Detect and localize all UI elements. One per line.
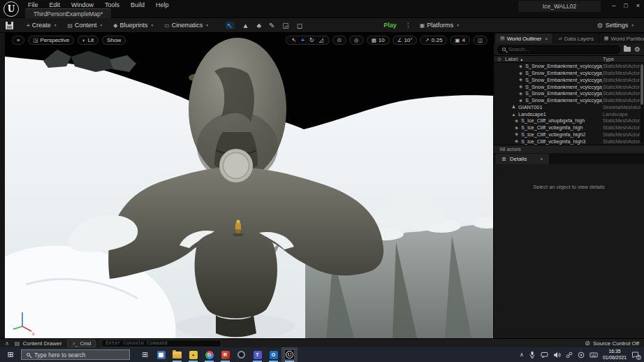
visibility-column-icon[interactable]: ⊙ [494, 57, 505, 62]
taskbar-search-box[interactable] [21, 349, 130, 360]
lit-button[interactable]: ◐Lit [78, 36, 98, 45]
surface-snap-toggle[interactable]: ◎ [349, 36, 364, 45]
save-icon[interactable] [6, 22, 13, 29]
world-coordinate-toggle[interactable]: ⊙ [332, 36, 346, 45]
expand-drawer-icon[interactable]: ∧ [5, 340, 9, 347]
platforms-button[interactable]: Platforms▾ [415, 20, 464, 30]
menu-window[interactable]: Window [71, 1, 94, 8]
angle-snap[interactable]: ∠10° [393, 36, 418, 45]
dark-circle-app[interactable] [233, 347, 249, 362]
outliner-row[interactable]: ◈S_Ice_Cliff_vctiegmfa_high3StaticMeshAc… [494, 138, 644, 145]
outliner-row[interactable]: ◈S_Snow_Embankment_vcyiccyga_highStaticM… [494, 70, 644, 77]
outliner-row[interactable]: ▲Landscape1Landscape [494, 110, 644, 117]
create-button[interactable]: Create▾ [22, 20, 61, 30]
viewport-layout-button[interactable]: ◫ [473, 36, 488, 45]
settings-button[interactable]: Settings▾ [592, 20, 638, 31]
close-button[interactable]: × [636, 2, 640, 9]
taskbar-search-input[interactable] [34, 352, 124, 359]
outliner-row[interactable]: ◈S_Ice_Cliff_vctiegmfa_highStaticMeshAct… [494, 124, 644, 131]
tab-details[interactable]: ≣ Details × [495, 154, 549, 164]
play-button[interactable]: Play [376, 20, 402, 30]
task-view-button[interactable]: ⊞ [137, 347, 153, 362]
blueprints-button[interactable]: Blueprints▾ [108, 20, 158, 30]
tab-world-partition[interactable]: ▦World Partition [599, 34, 644, 43]
menu-edit[interactable]: Edit [50, 1, 61, 8]
outliner-row[interactable]: ◈S_Snow_Embankment_vcyiccyga_highStaticM… [494, 97, 644, 104]
outliner-row[interactable]: ♟GIANT001SkeletalMeshActor [494, 104, 644, 111]
chrome-app[interactable] [201, 347, 217, 362]
microphone-icon[interactable] [529, 351, 536, 359]
mesh-paint-mode-icon[interactable]: ✎ [269, 22, 275, 29]
teams-app[interactable]: T [249, 347, 265, 362]
unreal-engine-app[interactable]: U [281, 347, 298, 362]
select-tool-icon[interactable]: ↖ [291, 37, 298, 43]
scrollbar-thumb[interactable] [641, 64, 643, 105]
console-icon: >_ [72, 341, 78, 346]
restore-button[interactable]: □ [624, 2, 627, 9]
close-circle-icon[interactable] [578, 352, 585, 359]
tab-world-outliner[interactable]: ▤World Outliner× [495, 34, 552, 43]
console-command-input[interactable] [101, 340, 221, 347]
content-drawer-icon [15, 340, 20, 347]
chevron-down-icon: ▾ [457, 23, 459, 27]
unreal-logo-icon[interactable]: U [3, 1, 19, 17]
scale-tool-icon[interactable]: ◿ [318, 37, 325, 43]
move-tool-icon[interactable]: + [300, 37, 306, 43]
red-r-app[interactable]: R [217, 347, 233, 362]
menu-file[interactable]: File [28, 1, 38, 8]
outliner-search-box[interactable] [497, 45, 620, 54]
start-button[interactable]: ⊞ [1, 350, 20, 359]
close-icon[interactable]: × [540, 157, 543, 161]
grid-snap[interactable]: ▦10 [367, 36, 390, 45]
outliner-row[interactable]: ◈S_Snow_Embankment_vcyiccyga_highStaticM… [494, 90, 644, 97]
level-tab[interactable]: ThirdPersonExampleMap* [25, 8, 111, 18]
viewport-menu-button[interactable]: ≡ [12, 36, 24, 45]
outliner-row[interactable]: ◈S_Snow_Embankment_vcyiccyga_highStaticM… [494, 83, 644, 90]
camera-speed[interactable]: ▣4 [450, 36, 470, 45]
type-column-header[interactable]: Type [603, 56, 644, 62]
menu-build[interactable]: Build [131, 1, 145, 8]
perspective-button[interactable]: ◳Perspective [28, 36, 74, 45]
show-button[interactable]: Show [102, 36, 126, 45]
3d-viewport[interactable]: ≡ ◳Perspective ◐Lit Show ↖+↻◿ ⊙◎▦10∠10°↗… [5, 33, 493, 338]
cinematics-button[interactable]: Cinematics▾ [159, 20, 213, 30]
label-column-header[interactable]: Label▲ [505, 56, 603, 62]
source-control-button[interactable]: ⊘Source Control Off [585, 340, 639, 347]
chat-icon[interactable] [541, 352, 548, 359]
scale-snap[interactable]: ↗0.25 [420, 36, 447, 45]
new-folder-icon[interactable] [624, 47, 631, 52]
outliner-row[interactable]: ◈S_Snow_Embankment_vcyiccyga_highStaticM… [494, 77, 644, 84]
menu-tools[interactable]: Tools [105, 1, 119, 8]
content-drawer-button[interactable]: Content Drawer [15, 340, 62, 347]
play-options-icon[interactable]: ⋮ [405, 22, 411, 29]
calculator-app[interactable]: ▦ [153, 347, 169, 362]
landscape-mode-icon[interactable]: ▲ [242, 22, 249, 29]
outliner-settings-icon[interactable]: ⚙ [634, 46, 641, 53]
taskbar-clock[interactable]: 16:35 01/06/2021 [603, 349, 627, 361]
hidden-icons-chevron[interactable]: ∧ [520, 352, 524, 358]
brush-edit-mode-icon[interactable]: ◻ [297, 22, 302, 29]
outliner-search-input[interactable] [508, 46, 615, 52]
touch-keyboard-icon[interactable] [590, 352, 598, 359]
yellow-utility-app[interactable]: ● [185, 347, 201, 362]
outlook-app[interactable]: O [265, 347, 281, 362]
link-icon[interactable] [566, 352, 573, 359]
outliner-scrollbar[interactable] [641, 64, 643, 143]
minimize-button[interactable]: – [612, 2, 615, 9]
select-mode-icon[interactable]: ↖ [226, 22, 234, 29]
outliner-tab-bar: ▤World Outliner×▱Data Layers▦World Parti… [494, 33, 644, 43]
tab-data-layers[interactable]: ▱Data Layers [553, 34, 598, 43]
volume-icon[interactable] [553, 352, 561, 359]
file-explorer-app[interactable] [169, 347, 185, 362]
content-button[interactable]: Content▾ [62, 20, 107, 30]
close-icon[interactable]: × [545, 36, 548, 41]
outliner-row[interactable]: ◈S_Ice_Cliff_uhupbgxfa_highStaticMeshAct… [494, 117, 644, 124]
menu-help[interactable]: Help [156, 1, 169, 8]
rotate-tool-icon[interactable]: ↻ [308, 37, 316, 43]
fracture-mode-icon[interactable]: ◲ [282, 22, 288, 29]
outliner-row[interactable]: ◈S_Snow_Embankment_vcyiccyga_highStaticM… [494, 63, 644, 70]
foliage-mode-icon[interactable]: ♣ [256, 22, 261, 29]
outliner-row[interactable]: ◈S_Ice_Cliff_vctiegmfa_high2StaticMeshAc… [494, 131, 644, 138]
cmd-button[interactable]: >_Cmd [67, 340, 96, 347]
notification-center-button[interactable]: 5 [631, 352, 639, 359]
